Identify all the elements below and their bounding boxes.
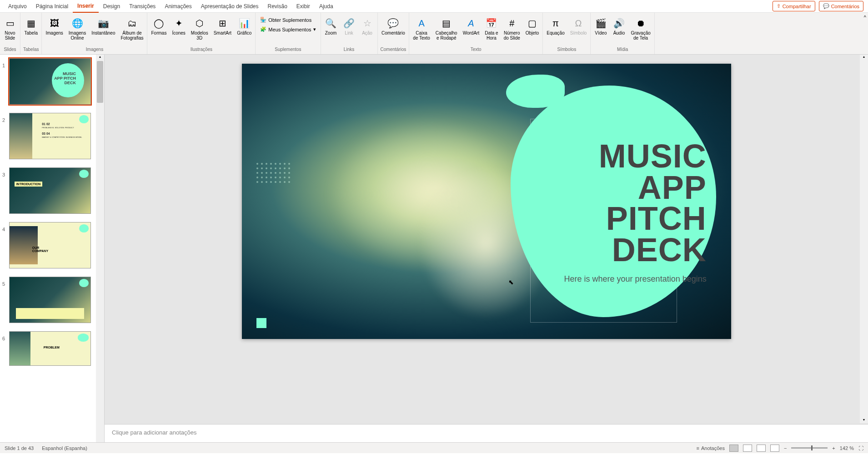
slides-panel: 1 2 3 4 5 6 MUSICAPP PITCHDECK 01 02 PRO… [0, 55, 105, 442]
tab-inserir[interactable]: Inserir [73, 0, 99, 13]
slide-number-4: 4 [2, 227, 5, 281]
store-icon: 🏪 [260, 17, 266, 23]
models3d-button[interactable]: ⬡Modelos3D [190, 16, 209, 41]
tab-revisao[interactable]: Revisão [263, 0, 292, 12]
symbol-icon: Ω [572, 17, 585, 30]
datetime-label: Data eHora [485, 30, 498, 40]
wordart-label: WordArt [463, 30, 480, 35]
thumbnail-6[interactable]: PROBLEM [9, 331, 91, 366]
title-line-3: DECK [540, 234, 707, 265]
tab-exibir[interactable]: Exibir [292, 0, 315, 12]
view-sorter-button[interactable] [743, 445, 752, 452]
shapes-button[interactable]: ◯Formas [150, 16, 167, 36]
fit-window-button[interactable]: ⛶ [858, 445, 863, 451]
album-label: Álbum deFotografias [120, 30, 143, 40]
datetime-button[interactable]: 📅Data eHora [484, 16, 499, 41]
collapse-ribbon-button[interactable]: ^ [862, 13, 868, 54]
equation-button[interactable]: πEquação [546, 16, 565, 36]
audio-label: Áudio [613, 30, 625, 35]
table-button[interactable]: ▦ Tabela [24, 16, 39, 36]
action-icon: ☆ [361, 17, 374, 30]
my-addins-label: Meus Suplementos [268, 27, 311, 32]
wordart-button[interactable]: AWordArt [462, 16, 481, 36]
textbox-label: Caixade Texto [413, 30, 430, 40]
tab-transicoes[interactable]: Transições [125, 0, 160, 12]
notes-area[interactable]: Clique para adicionar anotações [105, 424, 868, 442]
equation-label: Equação [547, 30, 564, 35]
zoom-value[interactable]: 142 % [840, 445, 854, 451]
chart-label: Gráfico [237, 30, 251, 35]
notes-icon: ≡ [697, 445, 699, 451]
tab-design[interactable]: Design [99, 0, 125, 12]
ribbon-tabs: Arquivo Página Inicial Inserir Design Tr… [0, 0, 868, 13]
group-ilustracoes-label: Ilustrações [191, 47, 212, 53]
canvas-scrollbar[interactable]: ▴ ▾ [860, 55, 868, 423]
thumbnail-2[interactable]: 01 02 PROBLEM VS. SOLUTION PRODUCT 03 04… [9, 113, 91, 159]
zoom-button[interactable]: 🔍Zoom [324, 16, 338, 36]
tab-apresentacao[interactable]: Apresentação de Slides [196, 0, 263, 12]
tab-arquivo[interactable]: Arquivo [4, 0, 31, 12]
thumbnail-4[interactable]: OURCOMPANY [9, 222, 91, 268]
comment-bubble-icon: 💬 [387, 17, 400, 30]
slidenumber-label: Númerodo Slide [504, 30, 520, 40]
share-button[interactable]: ⇧ Compartilhar [773, 1, 815, 11]
chart-button[interactable]: 📊Gráfico [236, 16, 252, 36]
smartart-button[interactable]: ⊞SmartArt [213, 16, 232, 36]
images-icon: 🖼 [48, 17, 61, 30]
online-images-button[interactable]: 🌐ImagensOnline [68, 16, 87, 41]
link-button[interactable]: 🔗Link [342, 16, 356, 36]
comment-label: Comentário [381, 30, 405, 35]
zoom-label: Zoom [325, 30, 337, 35]
group-texto-label: Texto [471, 47, 482, 53]
comment-icon: 💬 [823, 3, 829, 9]
images-button[interactable]: 🖼Imagens [45, 16, 64, 36]
tab-ajuda[interactable]: Ajuda [315, 0, 338, 12]
video-button[interactable]: 🎬Vídeo [593, 16, 608, 36]
status-language[interactable]: Espanhol (Espanha) [42, 445, 87, 451]
group-simbolos-label: Símbolos [557, 47, 576, 53]
group-midia-label: Mídia [617, 47, 628, 53]
textbox-button[interactable]: ACaixade Texto [412, 16, 431, 41]
view-reading-button[interactable] [757, 445, 766, 452]
comment-button[interactable]: 💬Comentário [381, 16, 406, 36]
comments-button[interactable]: 💬 Comentários [819, 1, 863, 11]
screenshot-icon: 📷 [97, 17, 110, 30]
header-footer-button[interactable]: ▤Cabeçalhoe Rodapé [435, 16, 458, 41]
zoom-handle[interactable] [811, 445, 813, 450]
notes-toggle-label: Anotações [701, 445, 725, 451]
album-button[interactable]: 🗂Álbum deFotografias [120, 16, 144, 41]
zoom-slider[interactable] [791, 447, 828, 449]
tab-animacoes[interactable]: Animações [160, 0, 196, 12]
title-area[interactable]: MUSIC APP PITCH DECK Here is where your … [540, 141, 707, 284]
notes-placeholder: Clique para adicionar anotações [112, 429, 196, 436]
statusbar: Slide 1 de 43 Espanhol (Espanha) ≡ Anota… [0, 442, 868, 453]
get-addins-button[interactable]: 🏪Obter Suplementos [258, 16, 317, 24]
action-button[interactable]: ☆Ação [360, 16, 375, 36]
screenshot-button[interactable]: 📷Instantâneo [90, 16, 116, 36]
link-icon: 🔗 [343, 17, 356, 30]
notes-toggle[interactable]: ≡ Anotações [697, 445, 725, 451]
zoom-in-button[interactable]: + [832, 445, 835, 451]
group-imagens-label: Imagens [86, 47, 103, 53]
audio-button[interactable]: 🔊Áudio [612, 16, 626, 36]
view-normal-button[interactable] [729, 445, 738, 452]
screenrec-button[interactable]: ⏺Gravaçãode Tela [630, 16, 651, 41]
thumbnails-scrollbar[interactable]: ▴ [96, 55, 104, 442]
slide-canvas[interactable]: MUSIC APP PITCH DECK Here is where your … [242, 64, 731, 339]
object-button[interactable]: ▢Objeto [525, 16, 540, 36]
view-slideshow-button[interactable] [770, 445, 779, 452]
slidenumber-button[interactable]: #Númerodo Slide [503, 16, 521, 41]
new-slide-icon: ▭ [4, 17, 16, 30]
thumbnail-5[interactable] [9, 277, 91, 323]
share-label: Compartilhar [783, 4, 811, 9]
icons-button[interactable]: ✦Ícones [171, 16, 186, 36]
thumbnail-3[interactable]: INTRODUCTION [9, 167, 91, 214]
tab-pagina-inicial[interactable]: Página Inicial [31, 0, 73, 12]
online-images-icon: 🌐 [71, 17, 84, 30]
my-addins-button[interactable]: 🧩Meus Suplementos▾ [258, 25, 317, 33]
zoom-out-button[interactable]: − [784, 445, 787, 451]
symbol-button[interactable]: ΩSímbolo [569, 16, 588, 36]
new-slide-button[interactable]: ▭ NovoSlide [3, 16, 17, 41]
table-label: Tabela [25, 30, 38, 35]
thumbnail-1[interactable]: MUSICAPP PITCHDECK [9, 58, 91, 105]
